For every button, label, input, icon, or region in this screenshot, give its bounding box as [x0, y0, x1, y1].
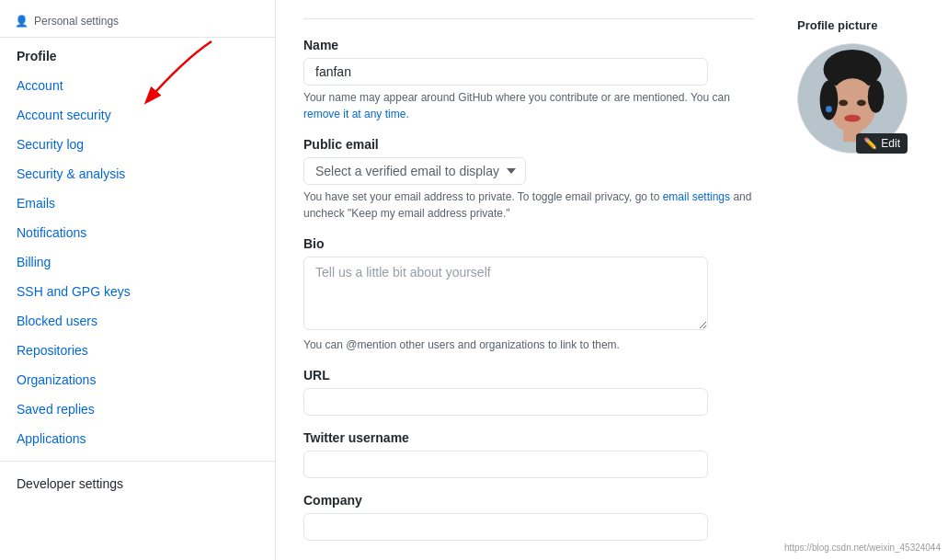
email-label: Public email — [303, 137, 755, 152]
email-settings-link[interactable]: email settings — [663, 190, 730, 203]
svg-point-6 — [839, 99, 848, 106]
sidebar-item-repositories[interactable]: Repositories — [0, 336, 275, 365]
bio-textarea[interactable] — [303, 257, 708, 330]
sidebar-item-profile[interactable]: Profile — [0, 41, 275, 71]
person-icon: 👤 — [15, 15, 29, 28]
email-select[interactable]: Select a verified email to display — [303, 157, 526, 185]
right-panel: Profile picture — [782, 0, 948, 560]
company-field-group: Company — [303, 493, 755, 541]
sidebar: 👤 Personal settings Profile Account Acco… — [0, 0, 276, 560]
svg-point-9 — [826, 106, 832, 112]
email-field-group: Public email Select a verified email to … — [303, 137, 755, 222]
sidebar-item-organizations[interactable]: Organizations — [0, 365, 275, 394]
sidebar-item-developer-settings[interactable]: Developer settings — [0, 469, 275, 498]
sidebar-item-account-security[interactable]: Account security — [0, 100, 275, 130]
sidebar-item-ssh-gpg-keys[interactable]: SSH and GPG keys — [0, 277, 275, 306]
twitter-input[interactable] — [303, 451, 708, 478]
sidebar-item-emails[interactable]: Emails — [0, 189, 275, 218]
sidebar-item-security-analysis[interactable]: Security & analysis — [0, 159, 275, 189]
watermark: https://blog.csdn.net/weixin_45324044 — [784, 543, 941, 553]
url-input[interactable] — [303, 388, 708, 416]
avatar-container: ✏️ Edit — [797, 43, 908, 154]
name-field-group: Name Your name may appear around GitHub … — [303, 38, 755, 122]
sidebar-nav: Profile Account Account security Securit… — [0, 41, 275, 453]
name-input[interactable] — [303, 58, 708, 86]
sidebar-divider — [0, 461, 275, 462]
url-field-group: URL — [303, 368, 755, 416]
pencil-icon: ✏️ — [863, 137, 877, 150]
edit-avatar-button[interactable]: ✏️ Edit — [856, 133, 908, 154]
form-area: Name Your name may appear around GitHub … — [303, 18, 755, 541]
sidebar-item-account[interactable]: Account — [0, 71, 275, 100]
company-label: Company — [303, 493, 755, 508]
sidebar-item-saved-replies[interactable]: Saved replies — [0, 394, 275, 424]
bio-label: Bio — [303, 236, 755, 251]
svg-point-3 — [820, 80, 839, 120]
sidebar-item-security-log[interactable]: Security log — [0, 130, 275, 159]
name-note: Your name may appear around GitHub where… — [303, 89, 755, 122]
sidebar-header-label: Personal settings — [34, 15, 119, 28]
name-label: Name — [303, 38, 755, 52]
sidebar-item-billing[interactable]: Billing — [0, 247, 275, 277]
svg-point-7 — [857, 99, 866, 106]
url-label: URL — [303, 368, 755, 383]
svg-point-8 — [844, 115, 861, 122]
name-remove-link[interactable]: remove it at any time. — [303, 108, 409, 120]
main-content: Name Your name may appear around GitHub … — [276, 0, 782, 560]
twitter-field-group: Twitter username — [303, 430, 755, 478]
bio-note: You can @mention other users and organiz… — [303, 337, 755, 353]
svg-point-4 — [868, 80, 885, 112]
email-note: You have set your email address to priva… — [303, 189, 755, 222]
company-input[interactable] — [303, 513, 708, 541]
twitter-label: Twitter username — [303, 430, 755, 445]
bio-field-group: Bio You can @mention other users and org… — [303, 236, 755, 353]
sidebar-item-applications[interactable]: Applications — [0, 424, 275, 453]
profile-picture-title: Profile picture — [797, 18, 933, 32]
edit-label: Edit — [881, 137, 900, 150]
sidebar-item-notifications[interactable]: Notifications — [0, 218, 275, 247]
sidebar-header: 👤 Personal settings — [0, 9, 275, 38]
sidebar-item-blocked-users[interactable]: Blocked users — [0, 306, 275, 336]
